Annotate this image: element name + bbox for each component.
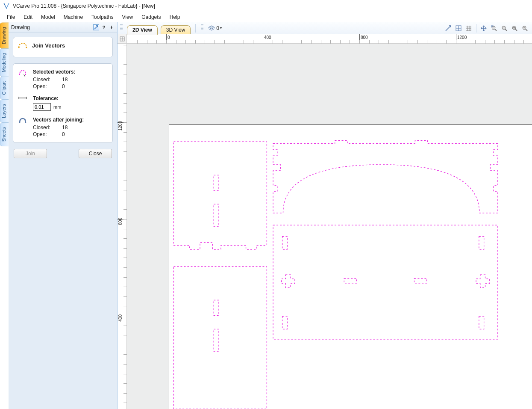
after-closed-value: 18	[62, 124, 75, 130]
chevron-down-icon: ▾	[220, 26, 222, 30]
tab-3d-view[interactable]: 3D View	[161, 25, 191, 35]
svg-point-0	[18, 47, 20, 48]
layer-dropdown-label: 0	[216, 25, 219, 31]
svg-line-15	[495, 29, 497, 31]
pan-icon[interactable]	[479, 24, 488, 33]
menu-gadgets[interactable]: Gadgets	[137, 12, 165, 22]
vector-selection	[127, 44, 532, 409]
tolerance-icon	[18, 95, 27, 101]
svg-rect-33	[273, 225, 498, 339]
sidetab-modeling[interactable]: Modeling	[0, 48, 9, 77]
menu-edit[interactable]: Edit	[19, 12, 37, 22]
svg-point-1	[26, 47, 27, 48]
tool-options-card: Selected vectors: Closed:18 Open:0 Toler…	[13, 63, 113, 143]
tolerance-heading: Tolerance:	[33, 95, 108, 101]
join-button[interactable]: Join	[14, 149, 47, 158]
zoom-in-icon[interactable]	[510, 24, 519, 33]
svg-line-24	[526, 29, 527, 31]
toolbar-grip[interactable]	[120, 24, 123, 32]
svg-point-14	[492, 26, 495, 30]
menu-toolpaths[interactable]: Toolpaths	[87, 12, 118, 22]
tool-title-card: Join Vectors	[13, 37, 113, 57]
menu-model[interactable]: Model	[37, 12, 59, 22]
toolbar-grip-2[interactable]	[201, 24, 203, 32]
svg-rect-35	[479, 237, 484, 249]
after-joining-icon	[18, 117, 27, 125]
ruler-horizontal[interactable]: 04008001200	[127, 34, 532, 44]
ruler-vertical[interactable]: 1200800400	[118, 44, 127, 409]
panel-undock-icon[interactable]	[93, 24, 99, 30]
menu-file[interactable]: File	[3, 12, 19, 22]
after-open-value: 0	[62, 131, 75, 137]
svg-rect-39	[414, 279, 426, 283]
close-button[interactable]: Close	[79, 149, 112, 158]
sidetab-drawing[interactable]: Drawing	[0, 22, 9, 49]
titlebar: VCarve Pro 11.008 - {Singapore Polytechn…	[0, 0, 532, 12]
svg-rect-34	[282, 237, 288, 249]
selected-open-value: 0	[62, 83, 75, 89]
menu-help[interactable]: Help	[165, 12, 185, 22]
app-icon	[3, 2, 10, 10]
window-title: VCarve Pro 11.008 - {Singapore Polytechn…	[13, 3, 155, 9]
svg-rect-30	[214, 204, 219, 226]
ruler-corner[interactable]	[118, 34, 127, 44]
after-open-label: Open:	[33, 131, 54, 137]
tab-2d-view[interactable]: 2D View	[127, 25, 158, 35]
panel-help-icon[interactable]: ?	[101, 24, 107, 30]
zoom-window-icon[interactable]	[500, 24, 509, 33]
tolerance-unit: mm	[53, 104, 61, 110]
selected-closed-value: 18	[62, 77, 75, 83]
svg-rect-36	[282, 316, 288, 329]
grid-icon[interactable]	[464, 24, 473, 33]
svg-line-18	[505, 29, 507, 31]
right-area: 2D View 3D View 0 ▾	[118, 22, 532, 409]
layers-icon	[208, 25, 215, 32]
svg-rect-37	[479, 316, 484, 329]
sidetab-layers[interactable]: Layers	[0, 99, 9, 123]
side-tabs: Drawing Modeling Clipart Layers Sheets	[0, 22, 9, 409]
left-panel-header: Drawing ?	[9, 22, 117, 33]
ruler-corner-icon	[120, 36, 125, 41]
zoom-extents-icon[interactable]	[489, 24, 499, 33]
join-vectors-icon	[18, 41, 28, 49]
svg-rect-29	[214, 175, 219, 190]
sidetab-clipart[interactable]: Clipart	[0, 77, 9, 100]
after-heading: Vectors after joining:	[33, 117, 108, 123]
tool-title: Join Vectors	[32, 42, 65, 49]
left-panel: Drawing ? Join Vectors	[9, 22, 118, 409]
svg-point-17	[502, 26, 506, 30]
view-toolbar: 2D View 3D View 0 ▾	[118, 22, 532, 34]
svg-line-20	[515, 29, 517, 31]
menubar: File Edit Model Machine Toolpaths View G…	[0, 12, 532, 22]
panel-title: Drawing	[11, 24, 30, 30]
tolerance-input[interactable]	[33, 103, 51, 111]
panel-pin-icon[interactable]	[109, 24, 115, 30]
canvas-2d[interactable]	[127, 44, 532, 409]
sidetab-sheets[interactable]: Sheets	[0, 122, 9, 146]
menu-view[interactable]: View	[118, 12, 137, 22]
svg-rect-32	[214, 329, 219, 351]
after-closed-label: Closed:	[33, 124, 54, 130]
selected-vectors-icon	[18, 69, 27, 77]
selected-open-label: Open:	[33, 83, 54, 89]
menu-machine[interactable]: Machine	[59, 12, 87, 22]
snap-icon[interactable]	[444, 24, 453, 33]
selected-closed-label: Closed:	[33, 77, 54, 83]
layer-dropdown[interactable]: 0 ▾	[208, 25, 222, 32]
svg-rect-38	[344, 279, 356, 283]
bounds-icon[interactable]	[454, 24, 463, 33]
selected-heading: Selected vectors:	[33, 69, 108, 75]
zoom-out-icon[interactable]	[520, 24, 529, 33]
svg-rect-31	[214, 300, 219, 315]
